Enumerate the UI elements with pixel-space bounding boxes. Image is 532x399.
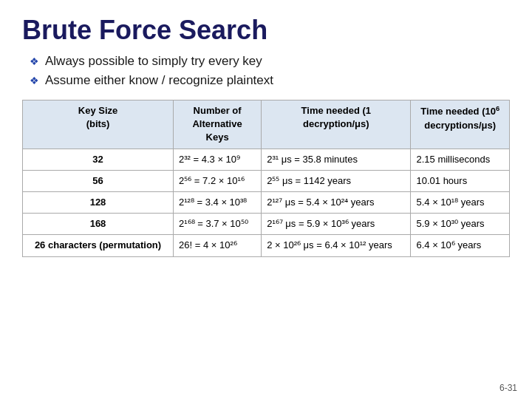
cell-keysize-0: 32 — [23, 149, 174, 170]
cell-time2-4: 6.4 × 10⁶ years — [411, 235, 510, 256]
table-row: 322³² = 4.3 × 10⁹2³¹ μs = 35.8 minutes2.… — [23, 149, 510, 170]
cell-altkeys-1: 2⁵⁶ = 7.2 × 10¹⁶ — [174, 170, 262, 191]
table-row: 562⁵⁶ = 7.2 × 10¹⁶2⁵⁵ μs = 1142 years10.… — [23, 170, 510, 191]
cell-time1-3: 2¹⁶⁷ μs = 5.9 × 10³⁶ years — [262, 214, 411, 235]
bullet-item-1: ❖ Always possible to simply try every ke… — [30, 52, 510, 71]
col-header-keysize: Key Size(bits) — [23, 100, 174, 149]
col-header-altkeys: Number ofAlternativeKeys — [174, 100, 262, 149]
bullet-text-2: Assume either know / recognize plaintext — [45, 71, 273, 90]
bullet-text-1: Always possible to simply try every key — [45, 52, 262, 71]
table-row: 26 characters (permutation)26! = 4 × 10²… — [23, 235, 510, 256]
cell-time2-2: 5.4 × 10¹⁸ years — [411, 191, 510, 213]
cell-keysize-2: 128 — [23, 191, 174, 213]
col-header-time2: Time needed (106decryptions/μs) — [411, 100, 510, 149]
cell-time1-2: 2¹²⁷ μs = 5.4 × 10²⁴ years — [262, 191, 411, 213]
cell-time1-0: 2³¹ μs = 35.8 minutes — [262, 149, 411, 170]
table-row: 1282¹²⁸ = 3.4 × 10³⁸2¹²⁷ μs = 5.4 × 10²⁴… — [23, 191, 510, 213]
bullet-symbol-1: ❖ — [30, 54, 39, 69]
cell-keysize-1: 56 — [23, 170, 174, 191]
bullet-list: ❖ Always possible to simply try every ke… — [30, 52, 510, 89]
cell-altkeys-2: 2¹²⁸ = 3.4 × 10³⁸ — [174, 191, 262, 213]
cell-time2-1: 10.01 hours — [411, 170, 510, 191]
cell-time2-0: 2.15 milliseconds — [411, 149, 510, 170]
cell-time1-4: 2 × 10²⁶ μs = 6.4 × 10¹² years — [262, 235, 411, 256]
table-row: 1682¹⁶⁸ = 3.7 × 10⁵⁰2¹⁶⁷ μs = 5.9 × 10³⁶… — [23, 214, 510, 235]
cell-time1-1: 2⁵⁵ μs = 1142 years — [262, 170, 411, 191]
page-number: 6-31 — [499, 383, 517, 393]
bullet-symbol-2: ❖ — [30, 73, 39, 89]
col-header-time1: Time needed (1decryption/μs) — [262, 100, 411, 149]
brute-force-table: Key Size(bits) Number ofAlternativeKeys … — [22, 100, 510, 257]
bullet-item-2: ❖ Assume either know / recognize plainte… — [30, 71, 510, 90]
cell-keysize-4: 26 characters (permutation) — [23, 235, 174, 256]
slide-title: Brute Force Search — [22, 15, 510, 46]
cell-altkeys-3: 2¹⁶⁸ = 3.7 × 10⁵⁰ — [174, 214, 262, 235]
slide-container: Brute Force Search ❖ Always possible to … — [0, 0, 532, 399]
cell-time2-3: 5.9 × 10³⁰ years — [411, 214, 510, 235]
cell-altkeys-0: 2³² = 4.3 × 10⁹ — [174, 149, 262, 170]
cell-altkeys-4: 26! = 4 × 10²⁶ — [174, 235, 262, 256]
cell-keysize-3: 168 — [23, 214, 174, 235]
